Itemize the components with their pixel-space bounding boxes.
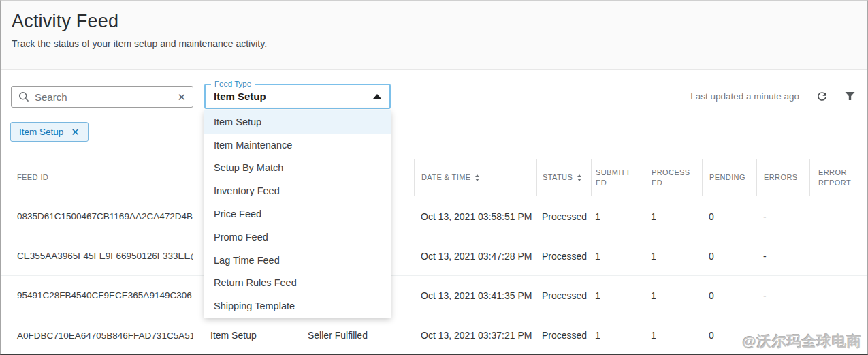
column-header-submitted: SUBMITTED	[591, 159, 647, 196]
dropdown-option-price-feed[interactable]: Price Feed	[204, 202, 391, 226]
processed-cell: 1	[647, 211, 702, 222]
feed-type-dropdown-menu: Item Setup Item Maintenance Setup By Mat…	[204, 110, 391, 318]
dropdown-option-lag-time-feed[interactable]: Lag Time Feed	[204, 249, 391, 272]
status-cell: Processed	[536, 211, 591, 222]
dropdown-option-item-maintenance[interactable]: Item Maintenance	[204, 134, 391, 157]
feed-type-cell: Item Setup	[193, 330, 291, 341]
errors-cell: -	[756, 211, 809, 222]
status-cell: Processed	[536, 330, 591, 341]
table-actions: Last updated a minute ago	[690, 88, 855, 104]
date-time-cell: Oct 13, 2021 03:47:28 PM	[414, 251, 536, 262]
filter-chip-item-setup: Item Setup ✕	[10, 122, 89, 142]
dropdown-option-setup-by-match[interactable]: Setup By Match	[204, 157, 391, 180]
feed-id-cell: CE355AA3965F45FE9F66950126F333EE@…	[1, 251, 193, 261]
table-body: 0835D61C1500467CB1169AA2CA472D4B… Oct 13…	[1, 197, 867, 355]
table-row: CE355AA3965F45FE9F66950126F333EE@… Oct 1…	[1, 236, 867, 276]
column-header-date-time[interactable]: DATE & TIME	[414, 159, 536, 196]
submitted-cell: 1	[591, 211, 647, 222]
column-header-processed: PROCESSED	[647, 159, 702, 196]
dropdown-option-item-setup[interactable]: Item Setup	[204, 110, 391, 134]
feed-id-cell: A0FDBC710EA64705B846FFAD731C5A51…	[1, 330, 193, 341]
chevron-up-icon	[373, 94, 381, 99]
dropdown-option-promo-feed[interactable]: Promo Feed	[204, 226, 391, 249]
date-time-cell: Oct 13, 2021 03:37:21 PM	[414, 330, 536, 341]
processed-cell: 1	[647, 251, 702, 262]
watermark-text: @沃尔玛全球电商	[743, 332, 862, 351]
status-cell: Processed	[536, 251, 591, 262]
table-row: 0835D61C1500467CB1169AA2CA472D4B… Oct 13…	[1, 197, 867, 236]
filter-icon[interactable]	[845, 91, 855, 101]
sort-icon[interactable]	[475, 174, 479, 181]
submitted-cell: 1	[591, 330, 647, 341]
search-box[interactable]: ✕	[11, 86, 193, 108]
dropdown-option-inventory-feed[interactable]: Inventory Feed	[204, 179, 391, 202]
feed-type-select-value: Item Setup	[214, 91, 266, 102]
page-title: Activity Feed	[12, 11, 856, 32]
processed-cell: 1	[647, 330, 702, 341]
column-header-feed-id: FEED ID	[1, 159, 193, 196]
table-row: A0FDBC710EA64705B846FFAD731C5A51… Item S…	[1, 315, 867, 355]
column-header-errors: ERRORS	[756, 159, 809, 196]
activity-feed-page: Activity Feed Track the status of your i…	[0, 0, 868, 355]
errors-cell: -	[756, 290, 809, 301]
table-row: 95491C28FB4540CF9ECE365A9149C306… Oct 13…	[1, 276, 867, 315]
dropdown-option-shipping-template[interactable]: Shipping Template	[204, 294, 391, 318]
column-header-pending: PENDING	[702, 159, 756, 196]
feed-type-select[interactable]: Feed Type Item Setup	[204, 84, 391, 109]
filter-chip-label: Item Setup	[19, 127, 63, 137]
table-header-row: FEED ID DATE & TIME STATUS SUBMITTED PRO…	[1, 159, 867, 196]
search-clear-icon[interactable]: ✕	[177, 92, 186, 102]
column-header-status[interactable]: STATUS	[536, 159, 591, 196]
status-cell: Processed	[536, 290, 591, 301]
submitted-cell: 1	[591, 290, 647, 301]
column-header-error-report: ERROR REPORT	[809, 159, 867, 196]
refresh-icon[interactable]	[816, 90, 829, 103]
pending-cell: 0	[702, 211, 756, 222]
date-time-cell: Oct 13, 2021 03:58:51 PM	[414, 211, 536, 222]
page-header: Activity Feed Track the status of your i…	[1, 1, 867, 70]
processed-cell: 1	[647, 290, 702, 301]
date-time-cell: Oct 13, 2021 03:41:35 PM	[414, 290, 536, 301]
search-input[interactable]	[35, 91, 172, 103]
feed-id-cell: 95491C28FB4540CF9ECE365A9149C306…	[1, 290, 193, 300]
dropdown-option-return-rules-feed[interactable]: Return Rules Feed	[204, 272, 391, 295]
last-updated-text: Last updated a minute ago	[690, 91, 799, 102]
fulfillment-type-cell: Seller Fulfilled	[291, 330, 414, 341]
feed-id-cell: 0835D61C1500467CB1169AA2CA472D4B…	[1, 211, 193, 221]
errors-cell: -	[756, 251, 809, 262]
feed-type-select-label: Feed Type	[211, 80, 255, 88]
chip-close-icon[interactable]: ✕	[71, 127, 80, 137]
pending-cell: 0	[702, 251, 756, 262]
search-icon	[18, 91, 29, 102]
page-subtitle: Track the status of your item setup and …	[12, 38, 856, 49]
submitted-cell: 1	[591, 251, 647, 262]
pending-cell: 0	[702, 290, 756, 301]
sort-icon[interactable]	[577, 174, 581, 181]
